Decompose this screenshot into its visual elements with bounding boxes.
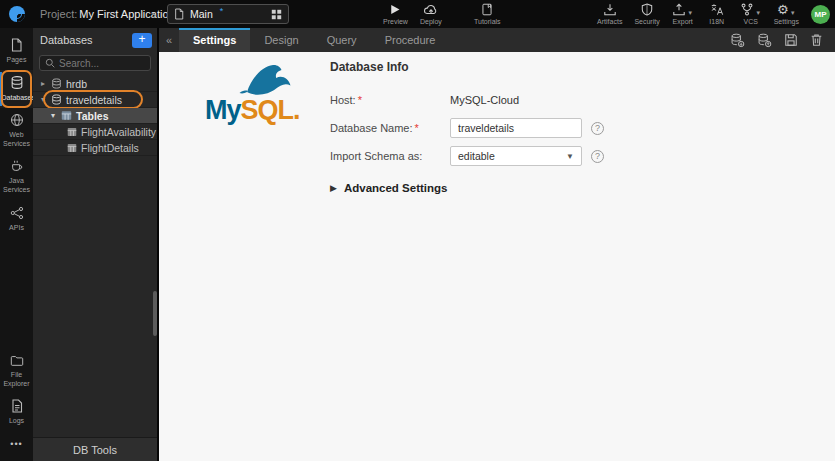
security-button[interactable]: Security <box>634 2 659 25</box>
play-icon <box>389 2 401 16</box>
import-schema-select[interactable]: editable ▼ <box>450 146 582 166</box>
logo-text-my: My <box>205 95 241 125</box>
host-label: Host:* <box>330 94 450 106</box>
settings-actions-group: Artifacts Security <box>597 2 830 25</box>
tree-item-label: FlightDetails <box>81 142 139 154</box>
rail-item-databases[interactable]: Databases <box>0 70 33 108</box>
wavemaker-logo-icon[interactable] <box>0 0 33 28</box>
table-icon <box>67 127 77 137</box>
rail-item-java-services[interactable]: Java Services <box>0 154 33 200</box>
panel-scrollbar[interactable] <box>153 291 157 336</box>
page-icon <box>174 8 184 20</box>
advanced-settings-toggle[interactable]: ▶ Advanced Settings <box>330 182 660 194</box>
tab-settings[interactable]: Settings <box>179 28 250 52</box>
database-icon <box>51 94 62 105</box>
expander-expanded-icon[interactable]: ▾ <box>39 95 47 104</box>
rail-item-pages[interactable]: Pages <box>0 33 33 70</box>
panel-title: Databases <box>40 34 132 46</box>
app-window: Project: My First Application › Main * <box>0 0 835 461</box>
i18n-button[interactable]: I18N <box>706 2 728 25</box>
database-name-label: Database Name:* <box>330 122 450 134</box>
user-avatar[interactable]: MP <box>811 5 830 24</box>
log-document-icon <box>11 399 23 413</box>
tab-query[interactable]: Query <box>313 28 371 52</box>
coffee-cup-icon <box>10 159 24 173</box>
add-database-button[interactable]: + <box>132 33 152 48</box>
expander-expanded-icon[interactable]: ▾ <box>49 111 57 120</box>
export-db-icon[interactable] <box>757 33 772 48</box>
tree-item-tables[interactable]: ▾ Tables <box>33 108 157 124</box>
database-icon <box>10 75 24 90</box>
rail-item-file-explorer[interactable]: File Explorer <box>0 349 33 394</box>
settings-button[interactable]: ⚙ ▼ Settings <box>774 2 799 25</box>
search-input[interactable] <box>59 58 145 69</box>
chevron-down-icon: ▼ <box>755 10 761 16</box>
required-marker: * <box>358 94 362 106</box>
vcs-button[interactable]: ▼ VCS <box>740 2 762 25</box>
database-info-form: Database Info Host:* MySQL-Cloud Databas… <box>330 60 660 194</box>
tree-item-traveldetails[interactable]: ▾ traveldetails <box>33 92 157 108</box>
collapse-panel-button[interactable]: « <box>159 28 179 52</box>
tree-item-label: FlightAvailability <box>81 126 156 138</box>
panel-header: Databases + <box>33 28 157 52</box>
branch-icon <box>740 3 754 16</box>
db-tools-button[interactable]: DB Tools <box>33 437 157 461</box>
rail-item-web-services[interactable]: Web Services <box>0 108 33 154</box>
unsaved-indicator: * <box>220 6 224 16</box>
table-icon <box>67 143 77 153</box>
help-icon[interactable]: ? <box>591 150 604 163</box>
rail-more-button[interactable]: ••• <box>10 431 22 457</box>
logo-text-sql: SQL <box>241 95 294 125</box>
selected-option: editable <box>458 150 495 162</box>
expander-collapsed-icon[interactable]: ▸ <box>39 79 47 88</box>
preview-button[interactable]: Preview <box>383 2 408 25</box>
database-tree: ▸ hrdb ▾ <box>33 76 157 437</box>
artifacts-button[interactable]: Artifacts <box>597 2 622 25</box>
rail-item-logs[interactable]: Logs <box>0 394 33 431</box>
tree-search[interactable] <box>39 55 151 71</box>
page-icon <box>10 38 23 52</box>
editor-tabbar: « Settings Design Query Procedure <box>159 28 835 52</box>
globe-icon <box>10 113 24 127</box>
save-icon[interactable] <box>784 33 798 47</box>
help-icon[interactable]: ? <box>591 122 604 135</box>
tree-item-label: Tables <box>76 110 108 122</box>
page-tab-label: Main <box>190 8 213 20</box>
tree-item-hrdb[interactable]: ▸ hrdb <box>33 76 157 92</box>
page-tab-main[interactable]: Main * <box>167 4 289 24</box>
upload-tray-icon <box>672 3 686 16</box>
db-toolbar <box>730 28 835 52</box>
form-heading: Database Info <box>330 60 660 74</box>
tab-procedure[interactable]: Procedure <box>371 28 450 52</box>
tutorials-group: Tutorials <box>474 2 501 25</box>
database-icon <box>51 78 62 89</box>
deploy-button[interactable]: Deploy <box>420 2 442 25</box>
mysql-dolphin <box>247 65 291 95</box>
project-label: Project: <box>40 8 77 20</box>
host-value: MySQL-Cloud <box>450 94 519 106</box>
rail-item-apis[interactable]: APIs <box>0 201 33 238</box>
cloud-upload-icon <box>423 2 439 16</box>
tab-design[interactable]: Design <box>250 28 312 52</box>
tree-item-label: hrdb <box>66 78 87 90</box>
chevron-down-icon: ▼ <box>687 10 693 16</box>
tutorials-button[interactable]: Tutorials <box>474 2 501 25</box>
import-schema-row: Import Schema as: editable ▼ ? <box>330 146 660 166</box>
export-button[interactable]: ▼ Export <box>672 2 694 25</box>
shield-icon <box>641 2 653 16</box>
search-icon <box>45 58 55 68</box>
expander-collapsed-icon: ▶ <box>330 183 337 193</box>
select-arrow-icon: ▼ <box>566 152 574 161</box>
tree-item-flightdetails[interactable]: FlightDetails <box>33 140 157 156</box>
layout-grid-icon[interactable] <box>271 9 282 20</box>
run-actions-group: Preview Deploy <box>383 2 442 25</box>
database-name-input[interactable] <box>450 118 582 138</box>
database-name-row: Database Name:* ? <box>330 118 660 138</box>
translate-icon <box>710 2 724 16</box>
api-nodes-icon <box>10 206 24 220</box>
chevron-down-icon: ▼ <box>790 10 796 16</box>
delete-icon[interactable] <box>810 33 823 47</box>
reimport-schema-icon[interactable] <box>730 33 745 48</box>
download-tray-icon <box>603 2 617 16</box>
tree-item-flightavailability[interactable]: FlightAvailability <box>33 124 157 140</box>
